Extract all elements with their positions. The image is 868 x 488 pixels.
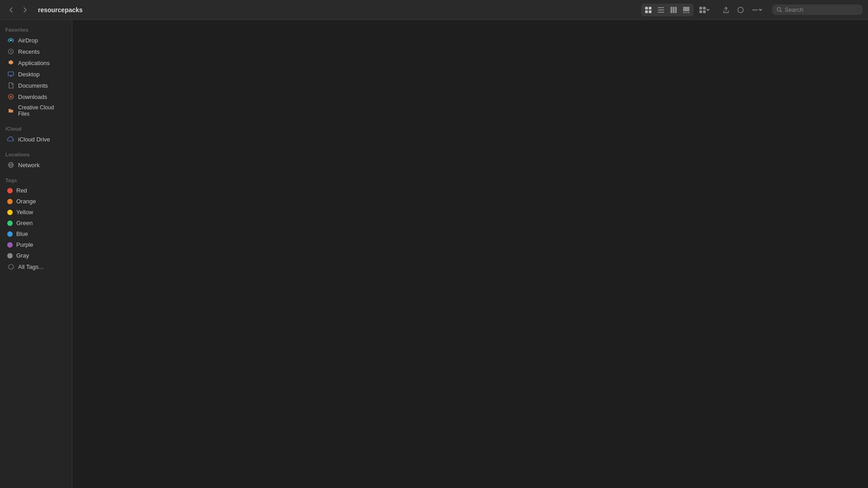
- column-view-button[interactable]: [667, 5, 680, 15]
- grid-view-button[interactable]: [642, 5, 655, 15]
- tag-orange-label: Orange: [16, 198, 36, 205]
- tag-dot-green: [7, 221, 13, 226]
- airdrop-label: AirDrop: [18, 37, 38, 44]
- svg-rect-2: [645, 10, 648, 13]
- sidebar-item-tag-yellow[interactable]: Yellow: [2, 207, 70, 217]
- tag-dot-orange: [7, 199, 13, 204]
- sidebar-item-airdrop[interactable]: AirDrop: [2, 35, 70, 46]
- locations-label: Locations: [0, 148, 72, 159]
- svg-rect-15: [703, 7, 706, 9]
- tag-button[interactable]: [734, 5, 747, 15]
- svg-rect-8: [673, 7, 675, 13]
- tag-red-label: Red: [16, 187, 27, 194]
- desktop-label: Desktop: [18, 71, 40, 78]
- sidebar-item-tag-green[interactable]: Green: [2, 218, 70, 228]
- window-title: resourcepacks: [38, 6, 83, 14]
- all-tags-icon: [7, 263, 14, 270]
- svg-rect-0: [645, 7, 648, 9]
- tag-gray-label: Gray: [16, 252, 29, 259]
- network-icon: [7, 161, 14, 169]
- search-input[interactable]: [785, 6, 858, 13]
- sidebar: Favorites AirDrop Recents: [0, 20, 72, 488]
- svg-rect-16: [699, 10, 702, 13]
- svg-point-18: [738, 7, 743, 13]
- tag-blue-label: Blue: [16, 230, 28, 237]
- svg-rect-1: [649, 7, 651, 9]
- view-btn-group: [641, 4, 693, 16]
- tag-dot-blue: [7, 231, 13, 237]
- svg-rect-12: [685, 12, 687, 13]
- main-area: Favorites AirDrop Recents: [0, 20, 868, 488]
- more-button[interactable]: [749, 5, 765, 15]
- sidebar-item-tag-gray[interactable]: Gray: [2, 250, 70, 261]
- svg-rect-3: [649, 10, 651, 13]
- sidebar-item-network[interactable]: Network: [2, 160, 70, 170]
- svg-rect-7: [670, 7, 672, 13]
- group-by-button[interactable]: [696, 5, 712, 15]
- share-button[interactable]: [720, 5, 732, 15]
- sidebar-item-documents[interactable]: Documents: [2, 80, 70, 91]
- applications-label: Applications: [18, 60, 50, 66]
- downloads-label: Downloads: [18, 94, 47, 100]
- svg-rect-5: [658, 9, 664, 10]
- favorites-label: Favorites: [0, 23, 72, 34]
- svg-rect-14: [699, 7, 702, 9]
- svg-point-21: [756, 9, 758, 10]
- svg-rect-9: [675, 7, 677, 13]
- icloud-drive-icon: [7, 136, 14, 143]
- sidebar-item-creative-cloud[interactable]: Creative Cloud Files: [2, 103, 70, 119]
- airdrop-icon: [7, 37, 14, 44]
- documents-icon: [7, 82, 14, 89]
- sidebar-item-applications[interactable]: Applications: [2, 57, 70, 68]
- creative-cloud-icon: [7, 107, 14, 114]
- content-area: [72, 20, 868, 488]
- applications-icon: [7, 59, 14, 66]
- tag-yellow-label: Yellow: [16, 209, 33, 216]
- svg-rect-11: [683, 12, 685, 13]
- svg-rect-6: [658, 12, 664, 13]
- sidebar-item-icloud-drive[interactable]: iCloud Drive: [2, 134, 70, 145]
- creative-cloud-label: Creative Cloud Files: [18, 104, 65, 117]
- all-tags-label: All Tags...: [18, 263, 43, 270]
- sidebar-item-desktop[interactable]: Desktop: [2, 69, 70, 80]
- forward-button[interactable]: [19, 5, 31, 15]
- tag-green-label: Green: [16, 220, 33, 226]
- sidebar-item-tag-blue[interactable]: Blue: [2, 229, 70, 239]
- network-label: Network: [18, 162, 40, 169]
- svg-rect-10: [683, 7, 689, 11]
- recents-icon: [7, 48, 14, 55]
- gallery-view-button[interactable]: [680, 5, 693, 15]
- sidebar-item-recents[interactable]: Recents: [2, 46, 70, 57]
- svg-point-19: [753, 9, 754, 10]
- documents-label: Documents: [18, 82, 48, 89]
- icloud-label: iCloud: [0, 122, 72, 133]
- sidebar-item-tag-red[interactable]: Red: [2, 185, 70, 196]
- icloud-drive-label: iCloud Drive: [18, 136, 50, 143]
- tag-dot-purple: [7, 242, 13, 248]
- tag-dot-red: [7, 188, 13, 193]
- toolbar: resourcepacks: [0, 0, 868, 20]
- downloads-icon: [7, 93, 14, 100]
- view-switcher: [641, 4, 712, 16]
- svg-point-28: [9, 264, 14, 269]
- tags-label: Tags: [0, 174, 72, 185]
- back-button[interactable]: [5, 5, 17, 15]
- tag-dot-gray: [7, 253, 13, 258]
- tag-dot-yellow: [7, 210, 13, 215]
- search-bar[interactable]: [772, 5, 863, 15]
- tag-purple-label: Purple: [16, 241, 33, 248]
- sidebar-item-all-tags[interactable]: All Tags...: [2, 261, 70, 272]
- svg-rect-13: [688, 12, 689, 13]
- desktop-icon: [7, 70, 14, 78]
- nav-buttons: [5, 5, 31, 15]
- sidebar-item-downloads[interactable]: Downloads: [2, 91, 70, 102]
- sidebar-item-tag-orange[interactable]: Orange: [2, 196, 70, 206]
- toolbar-actions: [720, 5, 765, 15]
- svg-rect-17: [703, 10, 706, 13]
- recents-label: Recents: [18, 48, 40, 55]
- search-icon: [777, 7, 782, 13]
- svg-rect-4: [658, 7, 664, 8]
- list-view-button[interactable]: [655, 5, 667, 15]
- svg-point-20: [755, 9, 756, 10]
- sidebar-item-tag-purple[interactable]: Purple: [2, 239, 70, 250]
